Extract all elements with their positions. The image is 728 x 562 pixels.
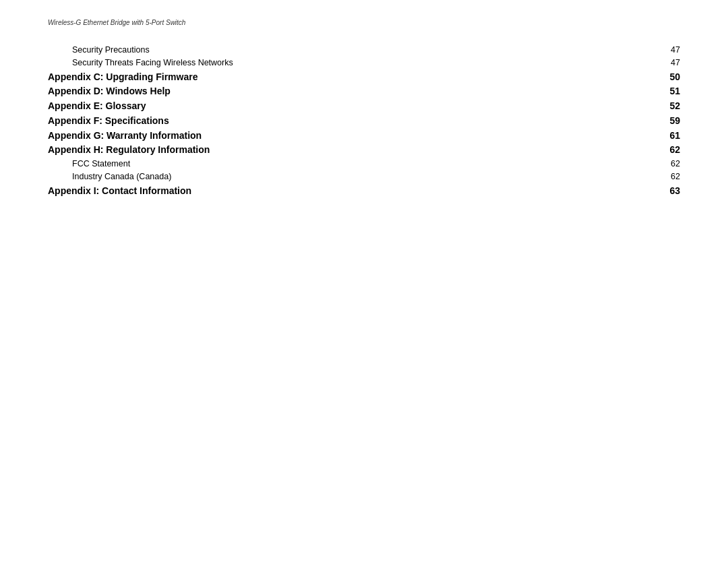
toc-label: Appendix H: Regulatory Information	[48, 143, 660, 158]
toc-page-number: 63	[660, 184, 680, 199]
toc-label: Appendix F: Specifications	[48, 114, 660, 129]
toc-row: Appendix C: Upgrading Firmware50	[48, 70, 680, 85]
toc-row: Appendix D: Windows Help51	[48, 84, 680, 99]
toc-label: FCC Statement	[48, 158, 660, 170]
toc-row: Appendix G: Warranty Information61	[48, 129, 680, 144]
toc-label: Industry Canada (Canada)	[48, 170, 660, 183]
toc-row: Appendix I: Contact Information63	[48, 184, 680, 199]
toc-label: Appendix G: Warranty Information	[48, 129, 660, 144]
toc-page-number: 62	[660, 143, 680, 158]
toc-page-number: 62	[660, 170, 680, 183]
toc-page-number: 51	[660, 84, 680, 99]
toc-label: Security Threats Facing Wireless Network…	[48, 57, 660, 69]
toc-row: Appendix F: Specifications59	[48, 114, 680, 129]
toc-row: Appendix H: Regulatory Information62	[48, 143, 680, 158]
toc-label: Appendix D: Windows Help	[48, 84, 660, 99]
toc-page-number: 59	[660, 114, 680, 129]
toc-row: Security Threats Facing Wireless Network…	[48, 57, 680, 69]
toc-label: Security Precautions	[48, 44, 660, 57]
toc-row: Appendix E: Glossary52	[48, 99, 680, 114]
toc-page-number: 52	[660, 99, 680, 114]
page-header: Wireless-G Ethernet Bridge with 5-Port S…	[48, 19, 185, 26]
toc-page-number: 62	[660, 158, 680, 170]
toc-page-number: 61	[660, 129, 680, 144]
toc-row: Security Precautions47	[48, 44, 680, 57]
toc-page-number: 47	[660, 57, 680, 69]
toc-label: Appendix E: Glossary	[48, 99, 660, 114]
toc-row: Industry Canada (Canada)62	[48, 170, 680, 183]
toc-page-number: 50	[660, 70, 680, 85]
toc-label: Appendix C: Upgrading Firmware	[48, 70, 660, 85]
toc-container: Security Precautions47Security Threats F…	[48, 44, 680, 198]
toc-page-number: 47	[660, 44, 680, 57]
toc-row: FCC Statement62	[48, 158, 680, 170]
toc-label: Appendix I: Contact Information	[48, 184, 660, 199]
